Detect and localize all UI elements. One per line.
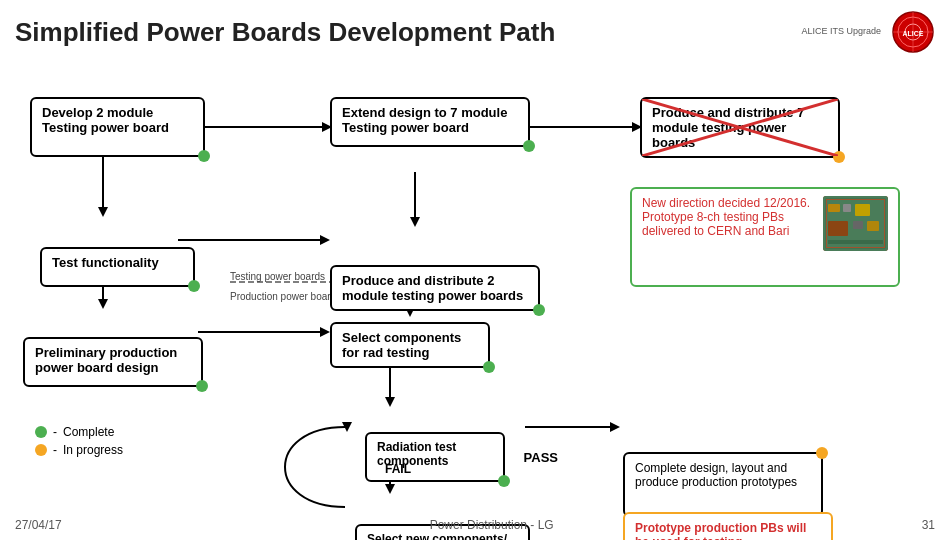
- extend-dot-green: [523, 140, 535, 152]
- svg-marker-15: [410, 217, 420, 227]
- svg-text:ALICE: ALICE: [903, 30, 924, 37]
- develop-dot-green: [198, 150, 210, 162]
- legend-dash-2: -: [53, 443, 57, 457]
- pcb-image: [823, 196, 888, 251]
- svg-marker-7: [98, 207, 108, 217]
- svg-marker-27: [385, 484, 395, 494]
- svg-rect-40: [853, 221, 863, 229]
- extend-text: Extend design to 7 module Testing power …: [342, 105, 507, 135]
- produce2-text: Produce and distribute 2 module testing …: [342, 273, 523, 303]
- fail-label: FAIL: [385, 462, 411, 476]
- legend-green-dot: [35, 426, 47, 438]
- prelim-box: Preliminary production power board desig…: [23, 337, 203, 387]
- select-box: Select components for rad testing: [330, 322, 490, 368]
- complete-design-text: Complete design, layout and produce prod…: [635, 461, 797, 489]
- svg-text:Testing power boards: Testing power boards: [230, 272, 325, 282]
- produce2-dot-green: [533, 304, 545, 316]
- alice-logo: ALICE: [891, 10, 935, 54]
- svg-rect-34: [823, 196, 888, 251]
- complete-dot-yellow: [816, 447, 828, 459]
- legend-in-progress-label: In progress: [63, 443, 123, 457]
- footer: 27/04/17 Power Distribution - LG 31: [0, 518, 950, 532]
- svg-rect-37: [843, 204, 851, 212]
- svg-marker-25: [610, 422, 620, 432]
- select-new-text: Select new components/ update design: [367, 532, 507, 540]
- legend-dash-1: -: [53, 425, 57, 439]
- radiation-dot-green: [498, 475, 510, 487]
- svg-text:Production power boards: Production power boards: [230, 291, 341, 302]
- legend-complete: - Complete: [35, 425, 123, 439]
- produce2-box: Produce and distribute 2 module testing …: [330, 265, 540, 311]
- footer-date: 27/04/17: [15, 518, 62, 532]
- legend-in-progress: - In progress: [35, 443, 123, 457]
- svg-marker-23: [385, 397, 395, 407]
- develop-text: Develop 2 module Testing power board: [42, 105, 169, 135]
- test-dot-green: [188, 280, 200, 292]
- svg-rect-36: [828, 204, 840, 212]
- produce7-text: Produce and distribute 7 module testing …: [652, 105, 804, 150]
- legend-yellow-dot: [35, 444, 47, 456]
- svg-marker-9: [98, 299, 108, 309]
- alice-upgrade-text: ALICE ITS Upgrade: [801, 26, 881, 38]
- main-content: Testing power boards Production power bo…: [15, 62, 945, 522]
- svg-rect-38: [855, 204, 870, 216]
- select-dot-green: [483, 361, 495, 373]
- footer-page: 31: [922, 518, 935, 532]
- header: Simplified Power Boards Development Path…: [15, 10, 935, 54]
- svg-rect-41: [867, 221, 879, 231]
- legend-complete-label: Complete: [63, 425, 114, 439]
- svg-rect-35: [826, 199, 885, 248]
- produce7-dot-yellow: [833, 151, 845, 163]
- select-text: Select components for rad testing: [342, 330, 461, 360]
- produce7-box: Produce and distribute 7 module testing …: [640, 97, 840, 158]
- complete-design-box: Complete design, layout and produce prod…: [623, 452, 823, 517]
- new-direction-box: New direction decided 12/2016. Prototype…: [630, 187, 900, 287]
- prelim-text: Preliminary production power board desig…: [35, 345, 177, 375]
- page: Simplified Power Boards Development Path…: [0, 0, 950, 540]
- pass-label: PASS: [524, 450, 558, 465]
- svg-rect-42: [828, 240, 883, 244]
- svg-marker-28: [342, 422, 352, 432]
- svg-marker-21: [320, 327, 330, 337]
- test-box: Test functionality: [40, 247, 195, 287]
- svg-marker-17: [320, 235, 330, 245]
- new-direction-text: New direction decided 12/2016. Prototype…: [642, 196, 817, 278]
- header-right: ALICE ITS Upgrade ALICE: [801, 10, 935, 54]
- svg-rect-39: [828, 221, 848, 236]
- extend-box: Extend design to 7 module Testing power …: [330, 97, 530, 147]
- legend: - Complete - In progress: [35, 425, 123, 457]
- test-text: Test functionality: [52, 255, 159, 270]
- prelim-dot-green: [196, 380, 208, 392]
- footer-center: Power Distribution - LG: [430, 518, 554, 532]
- page-title: Simplified Power Boards Development Path: [15, 17, 555, 48]
- develop-box: Develop 2 module Testing power board: [30, 97, 205, 157]
